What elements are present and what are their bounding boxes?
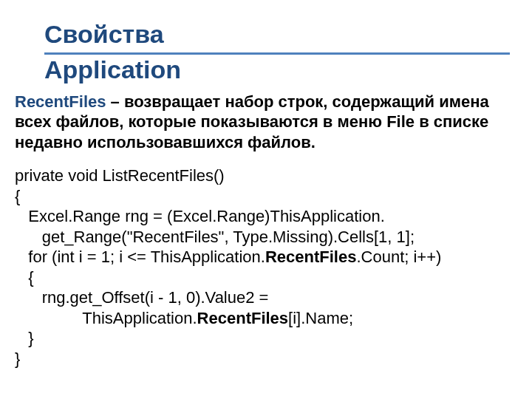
code-line: private void ListRecentFiles() [15,166,225,185]
code-line: [i].Name; [288,309,353,327]
code-line: rng.get_Offset(i - 1, 0).Value2 = [15,288,268,307]
code-bold: RecentFiles [265,248,357,266]
property-description: RecentFiles – возвращает набор строк, со… [15,92,510,153]
title-line2: Application [44,56,510,83]
title-underline [44,52,510,55]
code-line: { [15,268,34,287]
code-line: .Count; i++) [356,248,441,266]
slide: Свойства Application RecentFiles – возвр… [0,0,532,399]
code-block: private void ListRecentFiles() { Excel.R… [15,166,510,369]
property-name: RecentFiles [15,92,106,111]
code-line: } [15,329,34,347]
code-line: } [15,349,20,368]
code-line: { [15,187,20,205]
title-line1: Свойства [44,21,510,48]
code-line: ThisApplication. [15,309,197,327]
code-line: Excel.Range rng = (Excel.Range)ThisAppli… [15,207,385,225]
code-line: get_Range("RecentFiles", Type.Missing).C… [15,228,415,246]
code-line: for (int i = 1; i <= ThisApplication. [15,248,265,266]
code-bold: RecentFiles [197,309,289,327]
body: RecentFiles – возвращает набор строк, со… [15,92,510,369]
title-block: Свойства Application [44,21,510,84]
